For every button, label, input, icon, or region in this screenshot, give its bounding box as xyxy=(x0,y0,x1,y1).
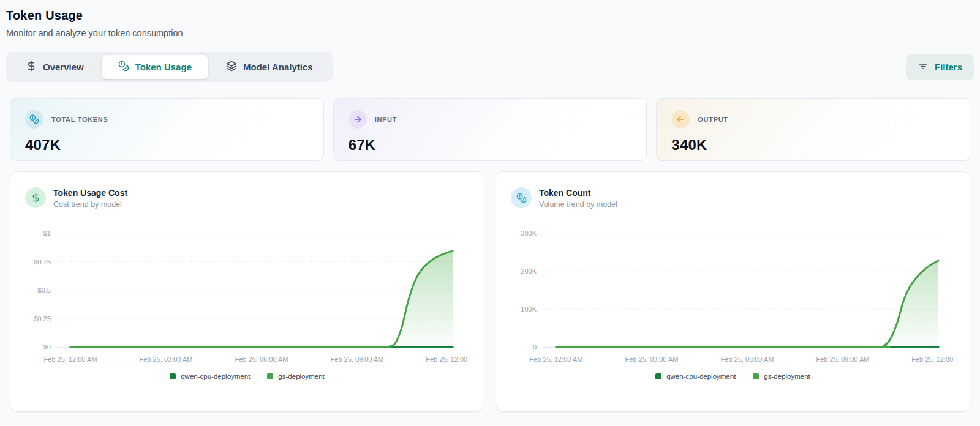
legend-item-qwen-cpu-deployment[interactable]: qwen-cpu-deployment xyxy=(655,373,736,380)
tab-label: Overview xyxy=(43,62,84,72)
chart-subtitle: Volume trend by model xyxy=(539,200,617,209)
tab-label: Model Analytics xyxy=(243,62,313,72)
y-tick-label: $0.75 xyxy=(34,258,51,266)
count-area-chart: 0100K200K300KFeb 25, 12:00 AMFeb 25, 03:… xyxy=(500,217,954,370)
stat-card-input: INPUT 67K xyxy=(333,98,647,161)
page-subtitle: Monitor and analyze your token consumpti… xyxy=(6,28,970,38)
legend-swatch xyxy=(753,373,759,379)
y-tick-label: $0.25 xyxy=(34,315,51,323)
legend-label: gs-deployment xyxy=(764,373,810,380)
arrow-right-icon xyxy=(349,110,367,129)
x-tick-label: Feb 25, 03:00 AM xyxy=(625,356,679,363)
chart-card-token-count: Token Count Volume trend by model 0100K2… xyxy=(496,171,970,412)
legend-label: qwen-cpu-deployment xyxy=(181,373,250,380)
token-usage-page: Token Usage Monitor and analyze your tok… xyxy=(0,0,980,412)
legend-label: qwen-cpu-deployment xyxy=(666,373,736,380)
chart-title: Token Count xyxy=(539,187,617,198)
tab-label: Token Usage xyxy=(135,62,192,72)
filter-icon xyxy=(918,61,929,73)
page-title: Token Usage xyxy=(6,9,970,23)
toolbar: Overview Token Usage Model Analytics Fil… xyxy=(6,52,974,82)
stat-label: OUTPUT xyxy=(698,116,728,123)
tab-overview[interactable]: Overview xyxy=(9,55,100,79)
legend-swatch xyxy=(170,373,176,379)
y-tick-label: $1 xyxy=(43,230,51,237)
page-header: Token Usage Monitor and analyze your tok… xyxy=(6,7,970,38)
legend-swatch xyxy=(655,373,662,379)
dollar-icon xyxy=(26,61,37,73)
y-tick-label: 100K xyxy=(521,305,537,313)
x-tick-label: Feb 25, 06:00 AM xyxy=(235,356,288,363)
x-tick-label: Feb 25, 09:00 AM xyxy=(331,356,384,363)
x-tick-label: Feb 25, 12:00 PM xyxy=(426,356,468,363)
legend-item-gs-deployment[interactable]: gs-deployment xyxy=(267,373,324,380)
stat-value: 67K xyxy=(349,136,632,154)
series-area-gs-deployment xyxy=(556,261,938,347)
cost-area-chart: $0$0.25$0.5$0.75$1Feb 25, 12:00 AMFeb 25… xyxy=(14,217,468,370)
legend-label: gs-deployment xyxy=(278,373,324,380)
y-tick-label: 200K xyxy=(521,267,537,275)
legend-swatch xyxy=(267,373,273,379)
coins-icon xyxy=(25,110,43,129)
legend-item-gs-deployment[interactable]: gs-deployment xyxy=(753,373,810,380)
coins-icon xyxy=(511,187,532,208)
chart-card-token-usage-cost: Token Usage Cost Cost trend by model $0$… xyxy=(10,171,484,412)
series-area-gs-deployment xyxy=(70,251,453,347)
stat-label: INPUT xyxy=(375,116,398,123)
series-line-gs-deployment xyxy=(556,261,938,347)
x-tick-label: Feb 25, 12:00 PM xyxy=(911,356,954,363)
x-tick-label: Feb 25, 12:00 AM xyxy=(530,356,583,363)
dollar-icon xyxy=(25,187,46,208)
chart-subtitle: Cost trend by model xyxy=(53,200,127,209)
filters-label: Filters xyxy=(935,62,962,72)
x-tick-label: Feb 25, 09:00 AM xyxy=(816,356,870,363)
chart-title: Token Usage Cost xyxy=(53,187,127,198)
x-tick-label: Feb 25, 03:00 AM xyxy=(140,356,193,363)
charts-row: Token Usage Cost Cost trend by model $0$… xyxy=(10,171,970,412)
y-tick-label: 300K xyxy=(521,230,537,237)
stat-value: 340K xyxy=(671,136,955,154)
tab-token-usage[interactable]: Token Usage xyxy=(102,55,208,79)
legend-item-qwen-cpu-deployment[interactable]: qwen-cpu-deployment xyxy=(170,373,250,380)
chart-legend: qwen-cpu-deploymentgs-deployment xyxy=(14,373,480,380)
stat-card-total-tokens: TOTAL TOKENS 407K xyxy=(10,98,324,161)
filters-button[interactable]: Filters xyxy=(907,54,974,80)
y-tick-label: 0 xyxy=(533,343,537,351)
y-tick-label: $0.5 xyxy=(38,286,51,294)
stat-cards-row: TOTAL TOKENS 407K INPUT 67K OUTPUT 340K xyxy=(10,98,970,161)
series-line-gs-deployment xyxy=(70,251,453,347)
x-tick-label: Feb 25, 06:00 AM xyxy=(721,356,774,363)
chart-legend: qwen-cpu-deploymentgs-deployment xyxy=(500,373,966,380)
tab-model-analytics[interactable]: Model Analytics xyxy=(209,55,330,79)
stat-card-output: OUTPUT 340K xyxy=(656,98,970,161)
stat-value: 407K xyxy=(25,136,309,154)
x-tick-label: Feb 25, 12:00 AM xyxy=(44,356,97,363)
stat-label: TOTAL TOKENS xyxy=(51,116,108,123)
y-tick-label: $0 xyxy=(43,343,51,351)
arrow-left-icon xyxy=(671,110,690,129)
tab-bar: Overview Token Usage Model Analytics xyxy=(6,52,333,82)
coins-icon xyxy=(118,61,129,73)
layers-icon xyxy=(226,61,237,73)
